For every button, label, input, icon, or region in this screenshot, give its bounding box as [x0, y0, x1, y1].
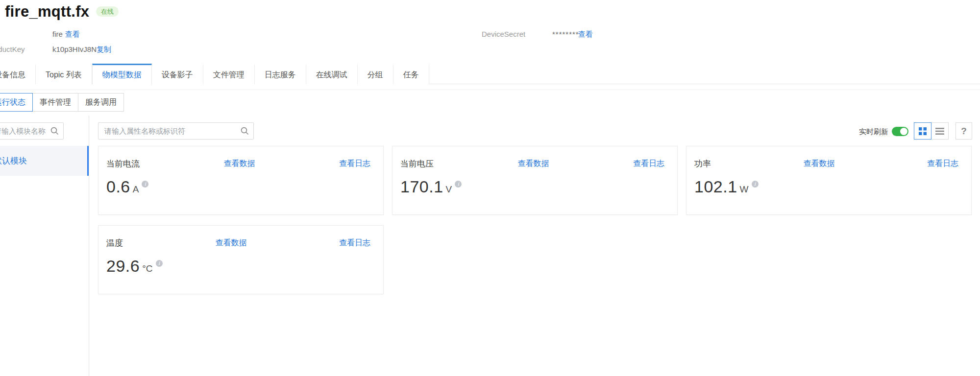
realtime-refresh-toggle[interactable]	[892, 127, 908, 136]
list-view-button[interactable]	[931, 122, 949, 140]
module-item-label: 默认模块	[0, 146, 27, 176]
page-title: fire_mqtt.fx	[5, 3, 89, 21]
grid-icon	[919, 127, 927, 135]
product-key-label: ProductKey	[0, 45, 25, 53]
subtab-bar: 运行状态事件管理服务调用	[0, 93, 124, 112]
property-card: 当前电流 查看数据 查看日志 0.6 A i	[98, 146, 384, 215]
property-value: 170.1	[400, 177, 443, 196]
subtab-2[interactable]: 服务调用	[78, 93, 124, 112]
info-icon[interactable]: i	[752, 181, 759, 188]
help-button[interactable]: ?	[956, 122, 972, 140]
property-unit: V	[446, 184, 452, 195]
search-icon	[241, 127, 249, 135]
search-icon	[50, 127, 59, 135]
property-search	[98, 122, 254, 140]
tab-0[interactable]: 设备信息	[0, 64, 36, 84]
tab-bar: 设备信息Topic 列表物模型数据设备影子文件管理日志服务在线调试分组任务	[0, 64, 980, 84]
property-card: 当前电压 查看数据 查看日志 170.1 V i	[392, 146, 678, 215]
product-name-text: fire	[52, 30, 63, 38]
property-value: 0.6	[106, 177, 130, 196]
subtab-0[interactable]: 运行状态	[0, 93, 33, 112]
toggle-knob	[900, 128, 907, 135]
header-divider	[0, 90, 980, 90]
device-secret-view-link[interactable]: 查看	[578, 30, 593, 39]
sidebar-divider	[89, 116, 89, 376]
property-value: 29.6	[106, 257, 140, 276]
device-secret-label: DeviceSecret	[482, 30, 525, 38]
tab-6[interactable]: 在线调试	[306, 64, 358, 84]
property-title: 功率	[694, 158, 711, 169]
view-log-link[interactable]: 查看日志	[339, 238, 370, 248]
view-log-link[interactable]: 查看日志	[633, 159, 664, 169]
view-data-link[interactable]: 查看数据	[804, 159, 835, 169]
property-unit: °C	[142, 263, 152, 274]
property-card: 温度 查看数据 查看日志 29.6 °C i	[98, 225, 384, 294]
list-icon	[935, 128, 944, 135]
subtab-1[interactable]: 事件管理	[32, 93, 78, 112]
property-title: 当前电流	[106, 158, 140, 169]
property-unit: A	[133, 184, 139, 195]
property-value: 102.1	[694, 177, 737, 196]
view-data-link[interactable]: 查看数据	[224, 159, 255, 169]
info-icon[interactable]: i	[156, 260, 163, 267]
tab-1[interactable]: Topic 列表	[36, 64, 92, 84]
view-mode-group	[914, 122, 949, 140]
tab-7[interactable]: 分组	[358, 64, 393, 84]
product-key-value: k10p3HIvJ8N	[52, 45, 97, 53]
view-log-link[interactable]: 查看日志	[339, 159, 370, 169]
realtime-refresh-label: 实时刷新	[859, 127, 888, 137]
tab-3[interactable]: 设备影子	[152, 64, 203, 84]
sidebar-item-default-module[interactable]: 默认模块	[0, 146, 89, 176]
status-badge: 在线	[96, 6, 119, 17]
info-icon[interactable]: i	[142, 181, 148, 188]
product-name-value: fire	[52, 30, 63, 38]
product-name-view-link[interactable]: 查看	[65, 30, 80, 39]
tab-4[interactable]: 文件管理	[203, 64, 255, 84]
view-data-link[interactable]: 查看数据	[216, 238, 247, 248]
property-card: 功率 查看数据 查看日志 102.1 W i	[686, 146, 972, 215]
property-title: 温度	[106, 237, 123, 249]
property-unit: W	[740, 184, 749, 195]
view-log-link[interactable]: 查看日志	[927, 159, 958, 169]
property-search-input[interactable]	[98, 123, 253, 139]
tab-5[interactable]: 日志服务	[255, 64, 306, 84]
property-title: 当前电压	[400, 158, 434, 169]
device-secret-value: ********	[552, 30, 579, 38]
property-card-grid: 当前电流 查看数据 查看日志 0.6 A i 当前电压 查看数据 查看日志 17…	[98, 146, 972, 294]
selected-indicator	[87, 146, 89, 176]
module-search	[0, 122, 64, 140]
tab-2[interactable]: 物模型数据	[92, 64, 152, 85]
view-data-link[interactable]: 查看数据	[518, 159, 549, 169]
tab-8[interactable]: 任务	[393, 64, 429, 84]
product-key-copy-link[interactable]: 复制	[97, 45, 111, 54]
grid-view-button[interactable]	[914, 122, 931, 140]
info-icon[interactable]: i	[455, 181, 462, 188]
